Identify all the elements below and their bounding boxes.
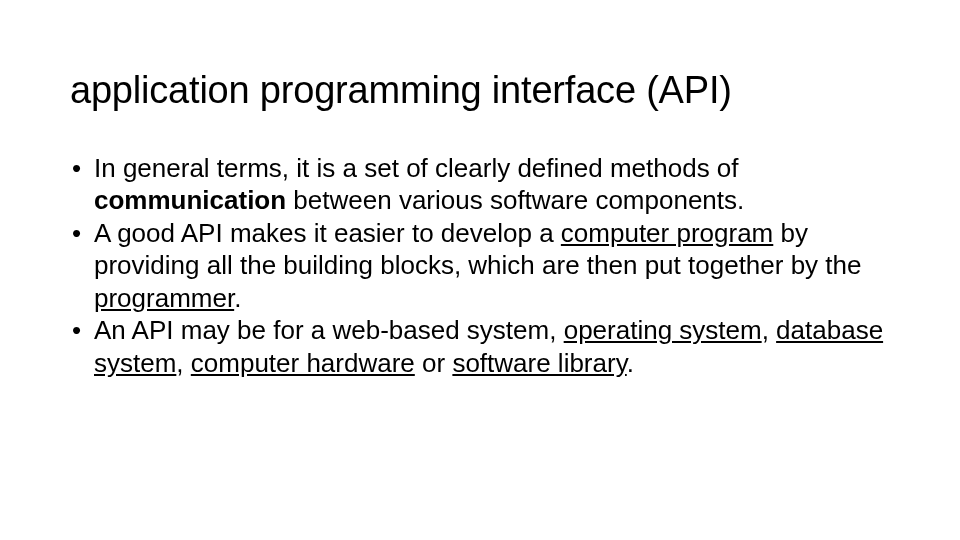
bullet-icon: • [70, 217, 94, 315]
bullet-text: An API may be for a web-based system, op… [94, 314, 890, 379]
bullet-icon: • [70, 152, 94, 217]
bullet-text: A good API makes it easier to develop a … [94, 217, 890, 315]
bullet-item: • A good API makes it easier to develop … [70, 217, 890, 315]
bullet-item: • An API may be for a web-based system, … [70, 314, 890, 379]
bullet-item: • In general terms, it is a set of clear… [70, 152, 890, 217]
bullet-text: In general terms, it is a set of clearly… [94, 152, 890, 217]
bullet-icon: • [70, 314, 94, 379]
slide: application programming interface (API) … [0, 0, 960, 540]
slide-body: • In general terms, it is a set of clear… [70, 152, 890, 380]
slide-title: application programming interface (API) [70, 70, 890, 112]
